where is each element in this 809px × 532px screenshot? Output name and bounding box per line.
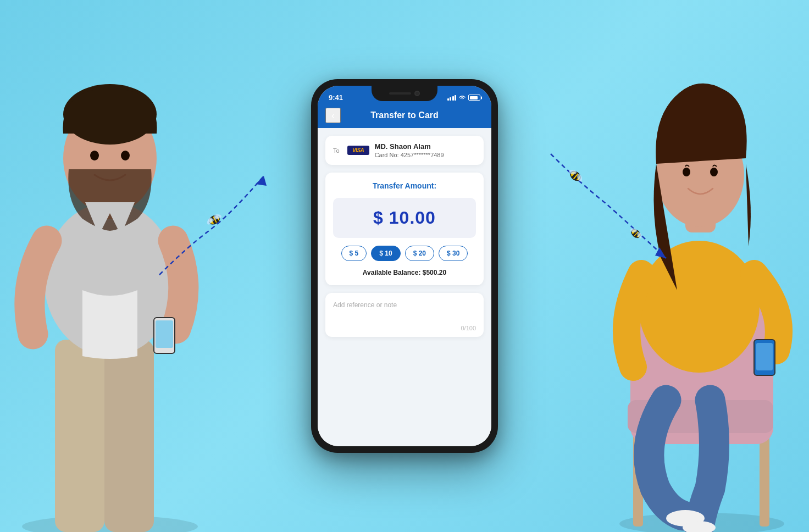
note-section[interactable]: Add reference or note 0/100 xyxy=(325,293,484,337)
quick-amount-10[interactable]: $ 10 xyxy=(371,246,400,261)
camera xyxy=(414,91,420,96)
person-right xyxy=(584,59,809,532)
quick-amount-5[interactable]: $ 5 xyxy=(341,246,367,261)
recipient-card[interactable]: To VISA MD. Shaon Alam Card No: 4257****… xyxy=(325,136,484,165)
note-placeholder: Add reference or note xyxy=(333,301,397,309)
phone-mockup: 9:41 xyxy=(311,79,498,453)
svg-rect-20 xyxy=(756,343,773,370)
recipient-name: MD. Shaon Alam xyxy=(375,142,444,151)
app-content: To VISA MD. Shaon Alam Card No: 4257****… xyxy=(318,128,491,446)
svg-rect-1 xyxy=(55,340,104,532)
to-label: To xyxy=(333,147,340,154)
battery-icon xyxy=(468,95,480,101)
status-time: 9:41 xyxy=(329,93,343,102)
balance-value: $500.20 xyxy=(423,269,446,276)
svg-rect-2 xyxy=(104,340,154,532)
svg-point-24 xyxy=(710,168,718,176)
phone-notch xyxy=(372,86,437,101)
card-number: Card No: 4257*******7489 xyxy=(375,152,444,158)
transfer-label: Transfer Amount: xyxy=(373,181,436,190)
visa-logo: VISA xyxy=(347,146,369,155)
quick-amount-20[interactable]: $ 20 xyxy=(405,246,434,261)
svg-point-7 xyxy=(90,151,99,160)
amount-value: $ 10.00 xyxy=(373,208,436,228)
svg-point-8 xyxy=(121,151,130,160)
svg-point-23 xyxy=(683,168,690,176)
amount-display[interactable]: $ 10.00 xyxy=(333,198,476,238)
phone-screen: 9:41 xyxy=(318,86,491,446)
person-left xyxy=(0,48,253,532)
balance-row: Available Balance: $500.20 xyxy=(363,269,446,276)
header-title: Transfer to Card xyxy=(370,110,439,120)
quick-amount-30[interactable]: $ 30 xyxy=(439,246,468,261)
signal-icon xyxy=(447,95,457,101)
amount-section: Transfer Amount: $ 10.00 $ 5 $ 10 $ 20 $… xyxy=(325,173,484,285)
wifi-icon xyxy=(458,95,466,101)
note-counter: 0/100 xyxy=(461,325,476,331)
balance-label: Available Balance: xyxy=(363,269,423,276)
phone-frame: 9:41 xyxy=(311,79,498,453)
back-button[interactable]: ‹ xyxy=(325,108,341,123)
svg-point-18 xyxy=(639,241,760,373)
speaker xyxy=(389,92,411,95)
status-icons xyxy=(447,95,481,101)
quick-amounts: $ 5 $ 10 $ 20 $ 30 xyxy=(341,246,468,261)
svg-rect-10 xyxy=(156,320,173,348)
card-info: MD. Shaon Alam Card No: 4257*******7489 xyxy=(375,142,444,158)
app-header: ‹ Transfer to Card xyxy=(318,105,491,128)
